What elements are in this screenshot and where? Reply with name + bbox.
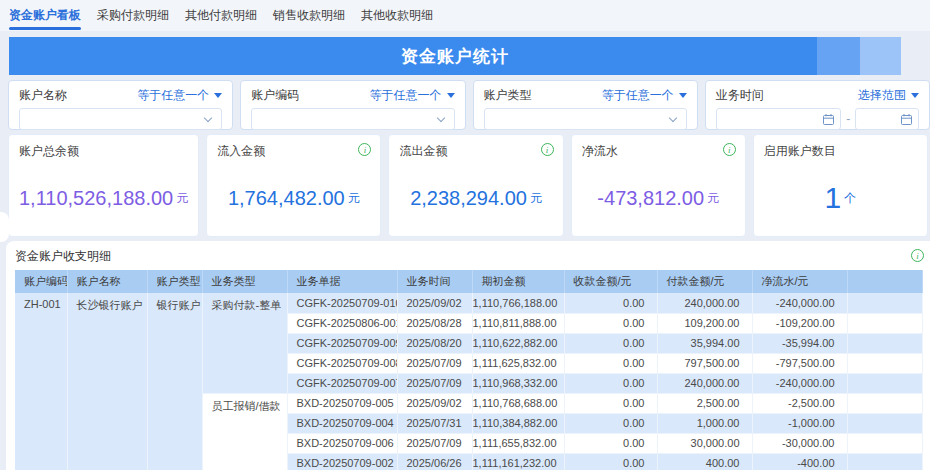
stat-value: 2,238,294.00 bbox=[410, 187, 527, 210]
table-cell: 0.00 bbox=[564, 373, 657, 393]
stat-card-流入金额: 流入金额1,764,482.00元 bbox=[206, 134, 381, 237]
date-start-input[interactable] bbox=[716, 108, 842, 130]
stat-value: 1,110,526,188.00 bbox=[19, 187, 173, 210]
column-header: 收款金额/元 bbox=[564, 270, 657, 293]
stat-unit: 元 bbox=[530, 190, 542, 207]
stat-label: 账户总余额 bbox=[19, 143, 188, 160]
filter-label: 账户类型 bbox=[484, 87, 532, 104]
tab-其他收款明细[interactable]: 其他收款明细 bbox=[361, 0, 433, 31]
column-header: 账户名称 bbox=[67, 270, 147, 293]
stat-unit: 元 bbox=[707, 190, 719, 207]
info-icon[interactable] bbox=[911, 249, 924, 262]
column-header: 付款金额/元 bbox=[657, 270, 752, 293]
filter-condition-dropdown[interactable]: 选择范围 bbox=[858, 87, 919, 104]
table-cell: 240,000.00 bbox=[657, 373, 752, 393]
filter-card-业务时间: 业务时间选择范围- bbox=[705, 80, 930, 130]
tab-资金账户看板[interactable]: 资金账户看板 bbox=[9, 0, 81, 31]
table-cell: BXD-20250709-002 bbox=[287, 453, 397, 470]
filter-select[interactable] bbox=[19, 108, 222, 130]
table-cell: 2025/07/09 bbox=[397, 433, 472, 453]
business-type-cell: 采购付款-整单 bbox=[202, 293, 287, 393]
filter-condition-dropdown[interactable]: 等于任意一个 bbox=[370, 87, 455, 104]
panel-corner-decoration bbox=[0, 212, 9, 242]
table-cell: 1,110,622,882.00 bbox=[472, 333, 564, 353]
filter-select[interactable] bbox=[251, 108, 454, 130]
caret-down-icon bbox=[911, 93, 919, 98]
account-cell: 银行账户 bbox=[147, 293, 202, 470]
table-cell: 0.00 bbox=[564, 413, 657, 433]
table-cell: 0.00 bbox=[564, 393, 657, 413]
filter-row: 账户名称等于任意一个账户编码等于任意一个账户类型等于任意一个业务时间选择范围- bbox=[8, 80, 930, 130]
chevron-down-icon bbox=[204, 114, 212, 122]
table-cell: -240,000.00 bbox=[752, 293, 847, 313]
table-cell: 1,111,161,232.00 bbox=[472, 453, 564, 470]
date-end-input[interactable] bbox=[855, 108, 919, 130]
tab-其他付款明细[interactable]: 其他付款明细 bbox=[185, 0, 257, 31]
table-cell: 1,110,384,882.00 bbox=[472, 413, 564, 433]
account-cell: ZH-001 bbox=[15, 293, 67, 470]
date-range-separator: - bbox=[846, 112, 850, 126]
page-banner: 资金账户统计 bbox=[9, 37, 901, 75]
filter-card-账户类型: 账户类型等于任意一个 bbox=[473, 80, 698, 130]
stat-card-启用账户数目: 启用账户数目1个 bbox=[753, 134, 928, 237]
filter-card-账户名称: 账户名称等于任意一个 bbox=[8, 80, 233, 130]
table-cell: 2025/08/28 bbox=[397, 313, 472, 333]
table-cell: 1,110,811,888.00 bbox=[472, 313, 564, 333]
table-cell: CGFK-20250709-008 bbox=[287, 353, 397, 373]
table-cell: 240,000.00 bbox=[657, 293, 752, 313]
stat-card-流出金额: 流出金额2,238,294.00元 bbox=[388, 134, 563, 237]
stat-label: 净流水 bbox=[582, 143, 735, 160]
table-cell: -30,000.00 bbox=[752, 433, 847, 453]
calendar-icon bbox=[900, 113, 913, 126]
column-header: 账户编码 bbox=[15, 270, 67, 293]
table-cell: 2025/09/02 bbox=[397, 393, 472, 413]
stat-label: 流出金额 bbox=[399, 143, 552, 160]
chevron-down-icon bbox=[436, 114, 444, 122]
filter-condition-dropdown[interactable]: 等于任意一个 bbox=[137, 87, 222, 104]
table-cell: 400.00 bbox=[657, 453, 752, 470]
account-flow-table: 账户编码账户名称账户类型业务类型业务单据业务时间期初金额收款金额/元付款金额/元… bbox=[15, 270, 923, 470]
table-cell: 1,110,968,332.00 bbox=[472, 373, 564, 393]
chevron-down-icon bbox=[669, 114, 677, 122]
filter-select[interactable] bbox=[484, 108, 687, 130]
table-cell: BXD-20250709-005 bbox=[287, 393, 397, 413]
table-cell: -240,000.00 bbox=[752, 373, 847, 393]
info-icon[interactable] bbox=[723, 143, 736, 156]
table-cell-empty bbox=[847, 393, 922, 413]
banner-gradient-segment bbox=[817, 37, 860, 75]
table-cell: 2025/07/31 bbox=[397, 413, 472, 433]
tab-采购付款明细[interactable]: 采购付款明细 bbox=[97, 0, 169, 31]
stat-value: -473,812.00 bbox=[597, 187, 704, 210]
banner-gradient-segment bbox=[860, 37, 901, 75]
column-header: 净流水/元 bbox=[752, 270, 847, 293]
top-tab-bar: 资金账户看板采购付款明细其他付款明细销售收款明细其他收款明细 bbox=[0, 0, 930, 31]
stat-card-净流水: 净流水-473,812.00元 bbox=[571, 134, 746, 237]
table-cell-empty bbox=[847, 373, 922, 393]
table-cell: 1,111,625,832.00 bbox=[472, 353, 564, 373]
tab-销售收款明细[interactable]: 销售收款明细 bbox=[273, 0, 345, 31]
stat-value: 1 bbox=[825, 181, 842, 215]
filter-condition-dropdown[interactable]: 等于任意一个 bbox=[602, 87, 687, 104]
column-header: 业务单据 bbox=[287, 270, 397, 293]
table-cell: CGFK-20250806-001 bbox=[287, 313, 397, 333]
table-cell: 1,111,655,832.00 bbox=[472, 433, 564, 453]
table-cell: -35,994.00 bbox=[752, 333, 847, 353]
caret-down-icon bbox=[214, 93, 222, 98]
stat-card-账户总余额: 账户总余额1,110,526,188.00元 bbox=[8, 134, 199, 237]
info-icon[interactable] bbox=[541, 143, 554, 156]
table-cell-empty bbox=[847, 313, 922, 333]
table-cell-empty bbox=[847, 413, 922, 433]
table-row: ZH-001长沙银行账户银行账户采购付款-整单CGFK-20250709-010… bbox=[15, 293, 922, 313]
table-cell: 2,500.00 bbox=[657, 393, 752, 413]
table-cell: -2,500.00 bbox=[752, 393, 847, 413]
table-cell: 0.00 bbox=[564, 293, 657, 313]
table-cell: 35,994.00 bbox=[657, 333, 752, 353]
stat-unit: 元 bbox=[176, 190, 188, 207]
table-header-row: 账户编码账户名称账户类型业务类型业务单据业务时间期初金额收款金额/元付款金额/元… bbox=[15, 270, 922, 293]
table-cell: 0.00 bbox=[564, 433, 657, 453]
table-cell: 1,110,768,688.00 bbox=[472, 393, 564, 413]
table-cell: BXD-20250709-004 bbox=[287, 413, 397, 433]
column-header: 账户类型 bbox=[147, 270, 202, 293]
table-cell: CGFK-20250709-010 bbox=[287, 293, 397, 313]
stat-unit: 元 bbox=[348, 190, 360, 207]
